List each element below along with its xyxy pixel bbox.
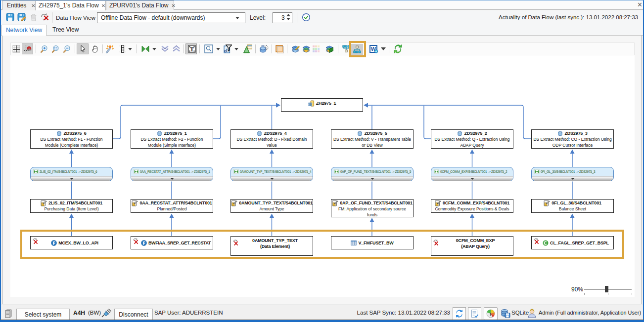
svg-text:T: T [190,46,194,53]
